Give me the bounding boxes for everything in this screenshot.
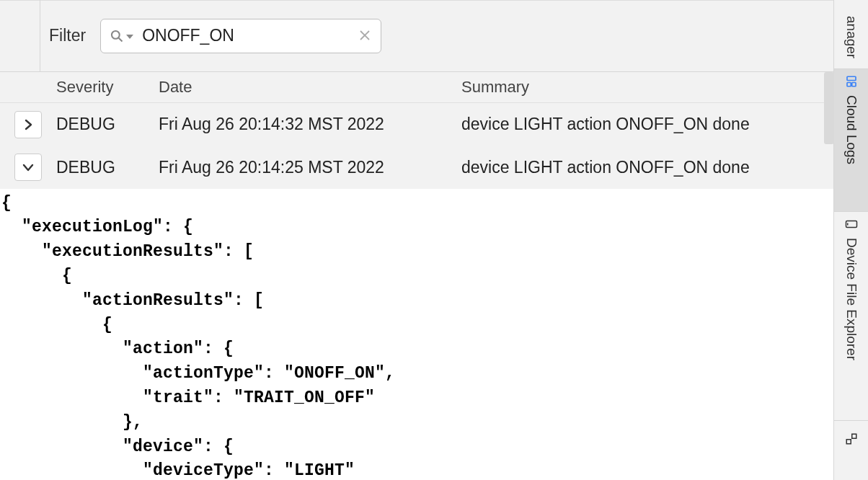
log-json-detail: { "executionLog": { "executionResults": … bbox=[0, 189, 833, 480]
log-severity: DEBUG bbox=[56, 158, 159, 177]
json-content: { "executionLog": { "executionResults": … bbox=[1, 192, 833, 480]
vertical-scrollbar[interactable] bbox=[824, 72, 834, 144]
column-date: Date bbox=[159, 78, 461, 97]
column-summary: Summary bbox=[461, 78, 833, 97]
log-table-header: Severity Date Summary bbox=[0, 72, 833, 103]
svg-point-0 bbox=[112, 31, 120, 39]
log-row[interactable]: DEBUG Fri Aug 26 20:14:32 MST 2022 devic… bbox=[0, 103, 833, 146]
log-summary: device LIGHT action ONOFF_ON done bbox=[461, 115, 833, 134]
svg-rect-9 bbox=[851, 434, 856, 438]
panel-icon bbox=[845, 434, 858, 447]
cloud-logs-icon bbox=[845, 76, 858, 89]
svg-rect-6 bbox=[847, 83, 851, 86]
side-tab-manager[interactable]: anager bbox=[834, 0, 868, 69]
svg-rect-5 bbox=[851, 83, 855, 86]
column-severity: Severity bbox=[56, 78, 159, 97]
svg-rect-4 bbox=[847, 76, 856, 80]
log-date: Fri Aug 26 20:14:32 MST 2022 bbox=[159, 115, 461, 134]
filter-bar: Filter bbox=[0, 1, 833, 72]
expand-toggle[interactable] bbox=[14, 111, 42, 138]
side-tab-extra[interactable] bbox=[834, 421, 868, 480]
log-severity: DEBUG bbox=[56, 115, 159, 134]
log-row[interactable]: DEBUG Fri Aug 26 20:14:25 MST 2022 devic… bbox=[0, 146, 833, 188]
side-tab-cloud-logs[interactable]: Cloud Logs bbox=[834, 69, 868, 212]
device-icon bbox=[845, 219, 858, 232]
side-rail: anager Cloud Logs Device File Explorer bbox=[833, 0, 868, 480]
collapse-toggle[interactable] bbox=[14, 154, 42, 181]
clear-filter-icon[interactable] bbox=[356, 26, 373, 46]
side-tab-device-file-explorer[interactable]: Device File Explorer bbox=[834, 212, 868, 421]
svg-line-1 bbox=[119, 38, 123, 42]
filter-input[interactable] bbox=[142, 26, 356, 45]
search-icon[interactable] bbox=[110, 29, 133, 43]
filter-label: Filter bbox=[49, 26, 86, 45]
filter-search-box[interactable] bbox=[100, 19, 381, 53]
svg-rect-10 bbox=[846, 440, 851, 444]
log-date: Fri Aug 26 20:14:25 MST 2022 bbox=[159, 158, 461, 177]
log-summary: device LIGHT action ONOFF_ON done bbox=[461, 158, 833, 177]
search-dropdown-caret-icon[interactable] bbox=[126, 35, 133, 39]
